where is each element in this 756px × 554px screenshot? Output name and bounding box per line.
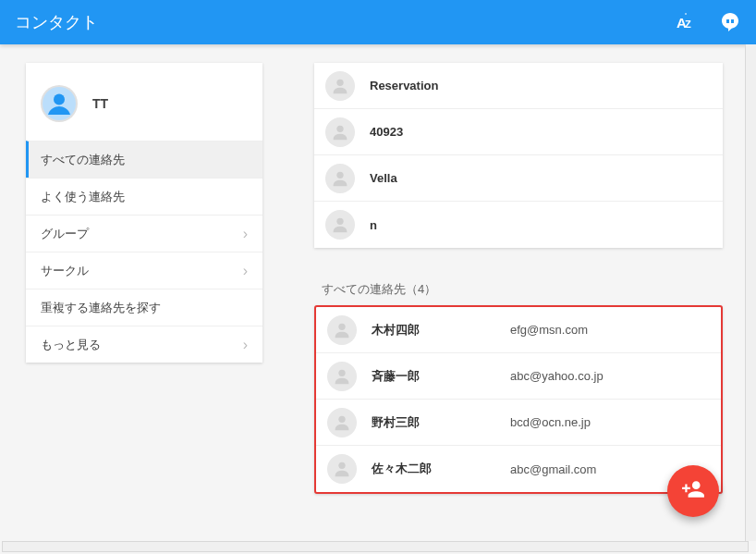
contact-row[interactable]: 斉藤一郎 abc@yahoo.co.jp xyxy=(316,353,721,400)
svg-point-11 xyxy=(338,462,345,469)
sidebar-item-more[interactable]: もっと見る › xyxy=(26,326,262,363)
contact-name: 木村四郎 xyxy=(372,322,510,339)
contact-row[interactable]: 佐々木二郎 abc@gmail.com xyxy=(316,446,721,492)
contact-email: efg@msn.com xyxy=(510,323,588,337)
svg-point-7 xyxy=(336,218,343,225)
contact-row[interactable]: 40923 xyxy=(314,109,723,155)
content-area: TT すべての連絡先 よく使う連絡先 グループ › サークル › 重複する連絡先… xyxy=(0,44,756,554)
horizontal-scrollbar[interactable] xyxy=(2,541,749,552)
sidebar-item-label: サークル xyxy=(41,263,89,279)
app-header: コンタクト AZ xyxy=(0,0,756,44)
person-avatar-icon xyxy=(327,315,357,345)
all-contacts-card: 木村四郎 efg@msn.com 斉藤一郎 abc@yahoo.co.jp 野村… xyxy=(314,305,723,494)
sidebar-item-all-contacts[interactable]: すべての連絡先 xyxy=(26,141,262,178)
svg-point-10 xyxy=(338,415,345,422)
contact-row[interactable]: Vella xyxy=(314,155,723,202)
chevron-right-icon: › xyxy=(243,226,248,242)
vertical-scrollbar[interactable] xyxy=(745,44,756,541)
person-avatar-icon xyxy=(327,362,357,391)
person-avatar-icon xyxy=(325,210,355,240)
section-label-all-contacts: すべての連絡先（4） xyxy=(322,281,723,298)
contact-email: abc@gmail.com xyxy=(510,462,596,476)
add-person-icon xyxy=(681,477,705,505)
contact-email: bcd@ocn.ne.jp xyxy=(510,415,591,429)
svg-point-4 xyxy=(336,79,343,85)
profile-avatar-icon xyxy=(41,85,78,122)
person-avatar-icon xyxy=(325,71,355,101)
sort-az-icon[interactable]: AZ xyxy=(675,11,697,33)
person-avatar-icon xyxy=(325,164,355,193)
svg-point-3 xyxy=(54,94,65,105)
sidebar-item-label: 重複する連絡先を探す xyxy=(41,300,161,316)
chevron-right-icon: › xyxy=(243,337,248,353)
contact-name: Reservation xyxy=(370,79,508,92)
sidebar-item-label: グループ xyxy=(41,226,89,242)
svg-point-5 xyxy=(336,125,343,131)
header-actions: AZ xyxy=(675,11,741,33)
contact-row[interactable]: Reservation xyxy=(314,63,723,109)
hangouts-icon[interactable] xyxy=(719,11,741,33)
contact-name: 佐々木二郎 xyxy=(372,461,510,477)
contact-name: 野村三郎 xyxy=(372,414,510,431)
person-avatar-icon xyxy=(327,454,357,484)
sidebar-item-find-duplicates[interactable]: 重複する連絡先を探す xyxy=(26,289,262,326)
contact-row[interactable]: n xyxy=(314,202,723,248)
sidebar-item-circles[interactable]: サークル › xyxy=(26,252,262,289)
sidebar-item-label: すべての連絡先 xyxy=(41,152,125,168)
sidebar-item-groups[interactable]: グループ › xyxy=(26,215,262,252)
sidebar: TT すべての連絡先 よく使う連絡先 グループ › サークル › 重複する連絡先… xyxy=(26,63,262,363)
sidebar-item-label: よく使う連絡先 xyxy=(41,189,125,205)
svg-point-8 xyxy=(338,323,345,329)
svg-point-9 xyxy=(338,369,345,375)
contact-email: abc@yahoo.co.jp xyxy=(510,369,604,383)
contact-name: Vella xyxy=(370,171,508,185)
svg-point-6 xyxy=(336,171,343,178)
contact-name: 40923 xyxy=(370,125,508,139)
sidebar-item-label: もっと見る xyxy=(41,337,101,353)
profile-name: TT xyxy=(92,96,108,111)
contact-row[interactable]: 野村三郎 bcd@ocn.ne.jp xyxy=(316,400,721,446)
top-contacts-card: Reservation 40923 Vella n xyxy=(314,63,723,248)
sidebar-item-frequent[interactable]: よく使う連絡先 xyxy=(26,178,262,215)
contact-name: 斉藤一郎 xyxy=(372,368,510,385)
add-contact-fab[interactable] xyxy=(667,465,719,517)
contact-name: n xyxy=(370,218,508,232)
app-title: コンタクト xyxy=(15,11,675,33)
person-avatar-icon xyxy=(327,408,357,437)
person-avatar-icon xyxy=(325,117,355,147)
profile-block[interactable]: TT xyxy=(26,63,262,141)
contact-row[interactable]: 木村四郎 efg@msn.com xyxy=(316,307,721,353)
svg-text:Z: Z xyxy=(685,18,691,30)
chevron-right-icon: › xyxy=(243,263,248,279)
